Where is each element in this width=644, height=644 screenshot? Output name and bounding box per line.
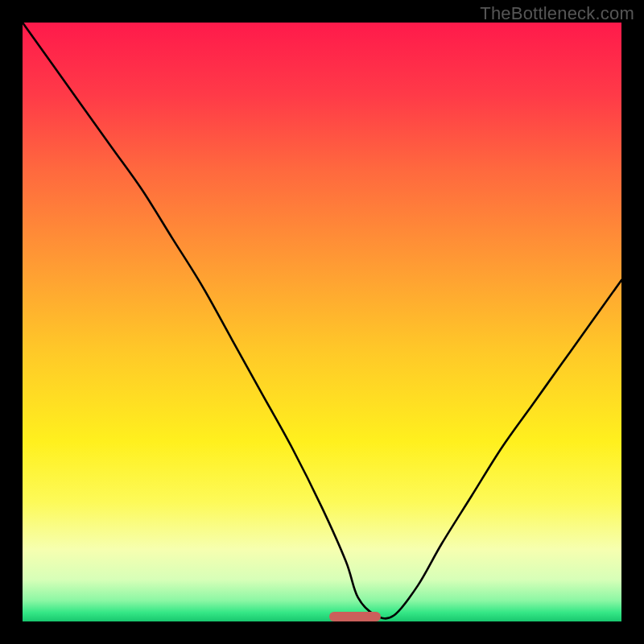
plot-area: [23, 23, 621, 621]
optimal-range-marker: [329, 612, 380, 621]
watermark-text: TheBottleneck.com: [480, 3, 634, 24]
chart-frame: TheBottleneck.com: [0, 0, 644, 644]
bottleneck-curve: [23, 23, 621, 621]
